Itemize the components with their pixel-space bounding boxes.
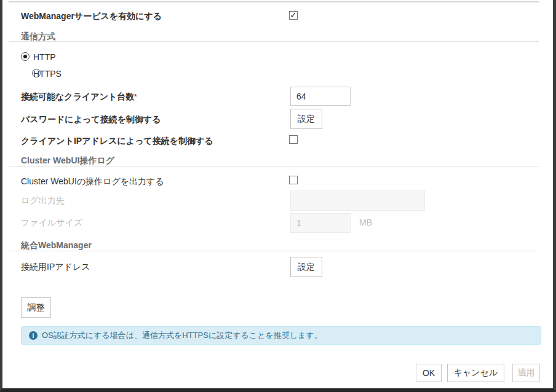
info-banner-message: OS認証方式にする場合は、通信方式をHTTPSに設定することを推奨します。 xyxy=(42,330,322,341)
enable-webmanager-label: WebManagerサービスを有効にする xyxy=(21,11,162,21)
log-output-dir-input xyxy=(290,190,425,211)
info-banner: i OS認証方式にする場合は、通信方式をHTTPSに設定することを推奨します。 xyxy=(21,326,541,345)
password-settings-button[interactable]: 設定 xyxy=(290,109,322,129)
client-ip-control-label: クライアントIPアドレスによって接続を制御する xyxy=(21,136,213,146)
connection-ip-label: 接続用IPアドレス xyxy=(21,262,90,272)
client-ip-control-checkbox[interactable] xyxy=(289,135,298,144)
output-log-checkbox[interactable] xyxy=(289,176,298,184)
section-divider xyxy=(9,166,539,167)
file-size-input xyxy=(290,213,351,233)
section-divider xyxy=(9,41,539,42)
http-radio-label: HTTP xyxy=(33,52,56,62)
max-clients-label: 接続可能なクライアント台数* xyxy=(21,92,137,101)
output-log-label: Cluster WebUIの操作ログを出力する xyxy=(21,176,164,186)
password-control-label: パスワードによって接続を制御する xyxy=(21,114,161,124)
ok-button[interactable]: OK xyxy=(416,364,442,382)
apply-button: 適用 xyxy=(512,364,540,382)
tune-button[interactable]: 調整 xyxy=(21,297,51,318)
webmanager-settings-dialog: WebManagerサービスを有効にする ✓ 通信方式 HTTP HTTPS 接… xyxy=(0,0,556,392)
cancel-button[interactable]: キャンセル xyxy=(447,364,504,382)
section-title-integrated-webmanager: 統合WebManager xyxy=(21,240,92,250)
file-size-label: ファイルサイズ xyxy=(21,218,82,227)
info-icon: i xyxy=(29,331,38,340)
top-divider xyxy=(9,1,539,2)
check-icon: ✓ xyxy=(290,11,297,19)
required-mark: * xyxy=(134,93,137,100)
https-radio-label: HTTPS xyxy=(33,69,62,79)
connection-ip-settings-button[interactable]: 設定 xyxy=(290,257,322,277)
section-title-communication-method: 通信方式 xyxy=(21,31,55,41)
enable-webmanager-checkbox[interactable]: ✓ xyxy=(289,11,298,20)
file-size-unit: MB xyxy=(359,218,372,227)
max-clients-input[interactable] xyxy=(290,87,351,106)
http-radio[interactable] xyxy=(21,52,30,61)
section-divider xyxy=(9,251,539,251)
log-output-dir-label: ログ出力先 xyxy=(21,195,65,205)
section-title-webui-log: Cluster WebUI操作ログ xyxy=(21,155,114,165)
